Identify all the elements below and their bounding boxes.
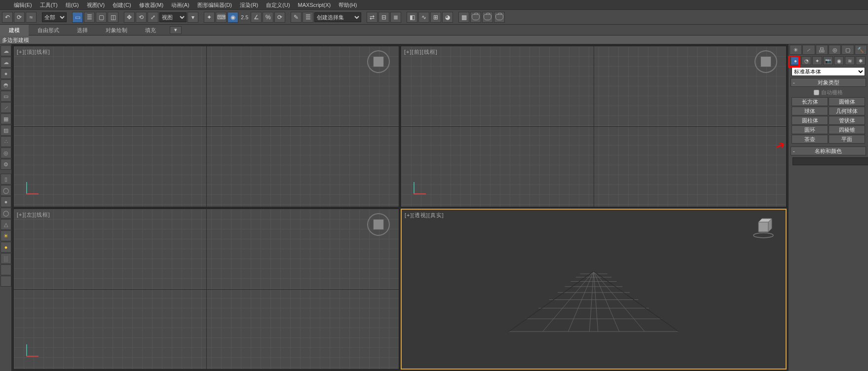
viewcube-left[interactable] (367, 213, 390, 236)
menu-tools[interactable]: 工具(T) (36, 0, 62, 10)
lt-world-icon[interactable]: ◎ (0, 148, 11, 158)
lt-disc-icon[interactable]: ◯ (0, 185, 11, 196)
create-spacewarps-button[interactable]: ≋ (845, 56, 855, 65)
named-selection-select[interactable]: 创建选择集 (314, 12, 361, 22)
ribbon-panel-label[interactable]: 多边形建模 (0, 36, 868, 44)
btn-tube[interactable]: 管状体 (829, 116, 865, 125)
viewport-perspective[interactable]: [+][透视][真实] (401, 209, 787, 370)
lt-ball-icon[interactable]: ● (0, 196, 11, 207)
ribbon-tab-populate[interactable]: 填充 (136, 25, 165, 36)
viewport-top[interactable]: [+][顶][线框] (13, 46, 399, 207)
menu-create[interactable]: 创建(C) (109, 0, 135, 10)
lt-sphere-icon[interactable]: ● (0, 68, 11, 79)
lt-blank2-icon[interactable] (0, 276, 11, 287)
create-systems-button[interactable]: ✱ (856, 56, 866, 65)
window-crossing-button[interactable]: ◫ (108, 12, 118, 23)
viewport-left[interactable]: [+][左][线框] (13, 209, 399, 370)
lt-grain-icon[interactable]: ░ (0, 253, 11, 264)
create-helpers-button[interactable]: ◉ (834, 56, 844, 65)
manipulate-button[interactable]: ✦ (204, 12, 215, 23)
select-by-name-button[interactable]: ☰ (84, 12, 95, 23)
angle-snap-button[interactable]: ∠ (251, 12, 262, 23)
undo-button[interactable]: ↶ (2, 12, 13, 23)
lt-box-icon[interactable]: ▭ (0, 91, 11, 102)
ribbon-tab-selection[interactable]: 选择 (68, 25, 97, 36)
rotate-button[interactable]: ⟲ (136, 12, 147, 23)
cmdtab-hierarchy[interactable]: 品 (816, 45, 828, 55)
viewcube-top[interactable] (367, 50, 390, 73)
btn-cone[interactable]: 圆锥体 (829, 97, 865, 106)
lt-path-icon[interactable]: ⟋ (0, 102, 11, 113)
viewport-left-label[interactable]: [+][左][线框] (17, 211, 50, 219)
link-button[interactable]: ≈ (26, 12, 37, 23)
pivot-center-button[interactable]: ▾ (188, 12, 198, 23)
graphite-button[interactable]: ◧ (407, 12, 417, 23)
render-iterative-button[interactable] (494, 12, 505, 23)
snap-toggle-button[interactable]: ◉ (227, 12, 238, 23)
edit-named-sel-button[interactable]: ✎ (291, 12, 302, 23)
mirror-button[interactable]: ⇄ (367, 12, 377, 23)
lt-cylinder-icon[interactable]: ▯ (0, 174, 11, 185)
ribbon-tab-freeform[interactable]: 自由形式 (29, 25, 68, 36)
menu-edit[interactable]: 编辑(E) (10, 0, 36, 10)
lt-cloud2-icon[interactable]: ☁ (0, 57, 11, 68)
render-frame-button[interactable] (470, 12, 481, 23)
lt-hatch-icon[interactable]: ▨ (0, 125, 11, 136)
lt-sun-icon[interactable]: ☀ (0, 230, 11, 241)
btn-pyramid[interactable]: 四棱锥 (829, 125, 865, 134)
keyboard-shortcut-button[interactable]: ⌨ (216, 12, 226, 23)
scale-button[interactable]: ⤢ (148, 12, 158, 23)
ribbon-collapse-button[interactable]: ▾ (170, 26, 182, 34)
menu-maxscript[interactable]: MAXScript(X) (294, 0, 335, 10)
btn-teapot[interactable]: 茶壶 (792, 135, 828, 144)
menu-view[interactable]: 视图(V) (83, 0, 109, 10)
selection-filter-select[interactable]: 全部 (42, 12, 67, 22)
menu-modifiers[interactable]: 修改器(M) (135, 0, 168, 10)
spinner-snap-button[interactable]: ⟳ (274, 12, 285, 23)
create-lights-button[interactable]: ✦ (812, 56, 822, 65)
render-production-button[interactable] (482, 12, 493, 23)
ribbon-tab-modeling[interactable]: 建模 (0, 25, 29, 36)
cmdtab-motion[interactable]: ◎ (829, 45, 841, 55)
menu-group[interactable]: 组(G) (62, 0, 83, 10)
render-setup-button[interactable]: ▦ (458, 12, 469, 23)
lt-cloud-icon[interactable]: ☁ (0, 45, 11, 56)
menu-animation[interactable]: 动画(A) (167, 0, 193, 10)
cmdtab-utilities[interactable]: 🔨 (855, 45, 867, 55)
ref-coord-select[interactable]: 视图 (159, 12, 187, 22)
menu-help[interactable]: 帮助(H) (335, 0, 361, 10)
object-type-header[interactable]: -对象类型 (791, 78, 866, 87)
viewport-top-label[interactable]: [+][顶][线框] (17, 48, 50, 56)
lt-ring-icon[interactable]: ◯ (0, 208, 11, 219)
select-object-button[interactable]: ▭ (72, 12, 83, 23)
lt-grid-icon[interactable]: ▦ (0, 113, 11, 124)
lt-stone-icon[interactable]: ◓ (0, 79, 11, 90)
viewport-front[interactable]: [+][前][线框] (401, 46, 787, 207)
layers-button[interactable]: ≣ (390, 12, 401, 23)
btn-geosphere[interactable]: 几何球体 (829, 107, 865, 115)
create-shapes-button[interactable]: ◔ (801, 56, 811, 65)
viewport-persp-label[interactable]: [+][透视][真实] (405, 212, 444, 219)
named-sel-list-button[interactable]: ☰ (302, 12, 313, 23)
btn-box[interactable]: 长方体 (792, 97, 828, 106)
lt-cone-icon[interactable]: △ (0, 219, 11, 230)
percent-snap-button[interactable]: % (263, 12, 273, 23)
create-geometry-button[interactable]: ● (791, 56, 800, 65)
lt-particle-icon[interactable]: ∴ (0, 136, 11, 147)
lt-blank1-icon[interactable] (0, 264, 11, 275)
material-editor-button[interactable]: ◕ (442, 12, 453, 23)
viewport-front-label[interactable]: [+][前][线框] (404, 48, 438, 56)
btn-plane[interactable]: 平面 (829, 135, 865, 144)
ribbon-tab-objectpaint[interactable]: 对象绘制 (97, 25, 136, 36)
menu-render[interactable]: 渲染(R) (236, 0, 262, 10)
schematic-view-button[interactable]: ⊞ (430, 12, 441, 23)
cmdtab-create[interactable]: ✳ (790, 45, 802, 55)
cmdtab-modify[interactable]: ⟋ (802, 45, 815, 55)
cmdtab-display[interactable]: ▢ (841, 45, 854, 55)
lt-moon-icon[interactable]: ● (0, 242, 11, 253)
menu-customize[interactable]: 自定义(U) (262, 0, 294, 10)
viewcube-perspective[interactable] (751, 215, 776, 239)
move-button[interactable]: ✥ (124, 12, 135, 23)
create-cameras-button[interactable]: 📷 (823, 56, 833, 65)
menu-grapheditors[interactable]: 图形编辑器(D) (193, 0, 236, 10)
